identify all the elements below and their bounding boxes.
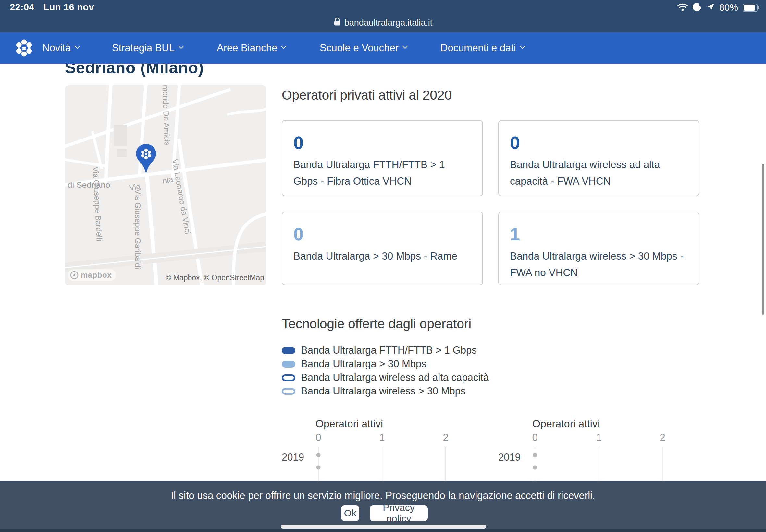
x-tick: 1 bbox=[379, 432, 385, 443]
chart-gridline bbox=[535, 447, 535, 481]
status-time: 22:04 bbox=[10, 2, 34, 13]
legend-label: Banda Ultralarga wireless ad alta capaci… bbox=[301, 372, 489, 383]
chart-data-dot bbox=[316, 465, 321, 470]
moon-icon bbox=[693, 3, 702, 13]
chart-data-dot bbox=[533, 453, 537, 457]
chart-gridline bbox=[318, 447, 319, 481]
nav-item-label: Aree Bianche bbox=[217, 42, 277, 54]
chevron-down-icon bbox=[74, 43, 80, 49]
operator-card-fwa-no-vhcn: 1 Banda Ultralarga wireless > 30 Mbps - … bbox=[498, 212, 699, 285]
chart-gridline bbox=[382, 447, 382, 481]
street-label-via: Via bbox=[128, 182, 141, 193]
card-value: 0 bbox=[510, 134, 688, 152]
operator-card-fwa-vhcn: 0 Banda Ultralarga wireless ad alta capa… bbox=[498, 120, 699, 196]
legend-label: Banda Ultralarga > 30 Mbps bbox=[301, 358, 427, 370]
battery-icon bbox=[743, 4, 758, 12]
status-date: Lun 16 nov bbox=[43, 2, 94, 13]
operators-section-title: Operatori privati attivi al 2020 bbox=[282, 88, 452, 103]
cookie-ok-button[interactable]: Ok bbox=[341, 505, 359, 521]
nav-item-strategia-bul[interactable]: Strategia BUL bbox=[112, 32, 183, 64]
horizontal-scrollbar[interactable] bbox=[281, 525, 486, 529]
safari-bottom-edge bbox=[0, 529, 766, 532]
location-map[interactable]: Via Giuseppe Bardelli dmondo De Amicis V… bbox=[65, 85, 266, 285]
street-label-nta: nta bbox=[162, 175, 174, 185]
status-left: 22:04 Lun 16 nov bbox=[10, 2, 94, 13]
chart-title-right: Operatori attivi bbox=[532, 418, 600, 430]
card-label: Banda Ultralarga wireless > 30 Mbps - FW… bbox=[510, 248, 688, 281]
chart-title-left: Operatori attivi bbox=[315, 418, 383, 430]
safari-top-chrome: 22:04 Lun 16 nov 80% bandaultralarga.ita… bbox=[0, 0, 766, 32]
chevron-down-icon bbox=[520, 43, 525, 49]
legend-swatch-filled-dark bbox=[282, 347, 295, 354]
legend-item: Banda Ultralarga FTTH/FTTB > 1 Gbps bbox=[282, 345, 477, 356]
legend-item: Banda Ultralarga wireless > 30 Mbps bbox=[282, 385, 466, 397]
card-value: 0 bbox=[293, 225, 471, 243]
map-place-label: di Sedriano bbox=[67, 180, 110, 190]
map-building bbox=[114, 125, 127, 146]
operator-card-ftth: 0 Banda Ultralarga FTTH/FTTB > 1 Gbps - … bbox=[282, 120, 483, 196]
mapbox-logo[interactable]: mapbox bbox=[68, 269, 115, 281]
nav-item-label: Novità bbox=[42, 42, 71, 54]
chart-year-label: 2019 bbox=[282, 452, 304, 463]
chevron-down-icon bbox=[178, 43, 184, 49]
cookie-privacy-policy-button[interactable]: Privacy policy bbox=[370, 505, 428, 521]
chart-year-label: 2019 bbox=[498, 452, 521, 463]
address-bar[interactable]: bandaultralarga.italia.it bbox=[0, 14, 766, 31]
nav-item-aree-bianche[interactable]: Aree Bianche bbox=[217, 32, 286, 64]
chart-gridline bbox=[662, 447, 663, 481]
nav-item-label: Documenti e dati bbox=[441, 42, 516, 54]
bul-logo-icon[interactable] bbox=[14, 38, 34, 58]
nav-item-novita[interactable]: Novità bbox=[42, 32, 79, 64]
legend-swatch-outline-dark bbox=[282, 374, 295, 381]
legend-label: Banda Ultralarga wireless > 30 Mbps bbox=[301, 385, 466, 397]
card-label: Banda Ultralarga > 30 Mbps - Rame bbox=[293, 248, 471, 264]
nav-item-label: Scuole e Voucher bbox=[320, 42, 399, 54]
x-tick: 1 bbox=[596, 432, 602, 443]
chart-gridline bbox=[445, 447, 446, 481]
map-attribution[interactable]: © Mapbox, © OpenStreetMap bbox=[165, 273, 264, 282]
card-label: Banda Ultralarga FTTH/FTTB > 1 Gbps - Fi… bbox=[293, 156, 471, 189]
legend-item: Banda Ultralarga wireless ad alta capaci… bbox=[282, 372, 489, 383]
nav-item-scuole-voucher[interactable]: Scuole e Voucher bbox=[320, 32, 407, 64]
chart-data-dot bbox=[533, 465, 537, 470]
nav-item-documenti-dati[interactable]: Documenti e dati bbox=[441, 32, 525, 64]
chart-gridline bbox=[599, 447, 599, 481]
legend-swatch-filled-light bbox=[282, 361, 295, 368]
legend-swatch-outline-light bbox=[282, 388, 295, 395]
x-tick: 0 bbox=[315, 432, 321, 443]
map-building bbox=[117, 149, 127, 157]
cookie-message: Il sito usa cookie per offrire un serviz… bbox=[0, 490, 766, 502]
x-tick: 2 bbox=[660, 432, 665, 443]
wifi-icon bbox=[677, 3, 688, 13]
operator-card-rame: 0 Banda Ultralarga > 30 Mbps - Rame bbox=[282, 212, 483, 285]
card-value: 1 bbox=[510, 225, 688, 243]
chevron-down-icon bbox=[281, 43, 286, 49]
mapbox-logo-text: mapbox bbox=[81, 271, 112, 280]
url-text: bandaultralarga.italia.it bbox=[344, 18, 433, 28]
card-value: 0 bbox=[293, 134, 471, 152]
legend-item: Banda Ultralarga > 30 Mbps bbox=[282, 358, 427, 370]
status-right: 80% bbox=[677, 2, 758, 13]
technologies-section-title: Tecnologie offerte dagli operatori bbox=[282, 316, 471, 332]
battery-percent: 80% bbox=[719, 2, 738, 13]
card-label: Banda Ultralarga wireless ad alta capaci… bbox=[510, 156, 688, 189]
x-tick: 2 bbox=[443, 432, 448, 443]
x-tick: 0 bbox=[532, 432, 538, 443]
chevron-down-icon bbox=[403, 43, 408, 49]
location-icon bbox=[706, 3, 715, 13]
vertical-scrollbar[interactable] bbox=[762, 164, 764, 315]
nav-item-label: Strategia BUL bbox=[112, 42, 175, 54]
map-pin-icon[interactable] bbox=[135, 143, 157, 176]
chart-data-dot bbox=[316, 453, 321, 457]
main-navbar: Novità Strategia BUL Aree Bianche Scuole… bbox=[0, 32, 766, 64]
legend-label: Banda Ultralarga FTTH/FTTB > 1 Gbps bbox=[301, 345, 477, 356]
lock-icon bbox=[334, 17, 341, 29]
street-label-garibaldi: Via Giuseppe Garibaldi bbox=[133, 189, 142, 269]
